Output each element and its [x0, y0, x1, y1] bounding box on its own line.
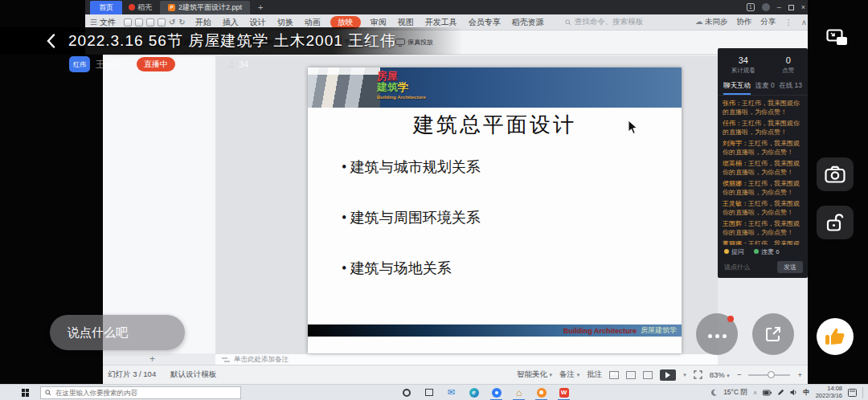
play-icon: [665, 372, 670, 378]
tab-docer[interactable]: 稻壳: [122, 1, 158, 14]
chat-message: 任伟：王红伟，我来围观你的直播啦，为你点赞！: [723, 120, 803, 137]
play-dropdown-caret[interactable]: ▾: [683, 372, 686, 378]
live-chat-panel: 34 累计观看 0 点赞 聊天互动 连麦 0 在线 13 张伟：王红伟，我来围观…: [718, 48, 808, 278]
battery-icon[interactable]: [763, 390, 772, 396]
back-icon[interactable]: [47, 34, 55, 48]
stat-value: 34: [731, 55, 755, 65]
hidden-icons-chevron[interactable]: ∧: [753, 390, 757, 396]
screenshot-camera-button[interactable]: [817, 157, 854, 191]
print-icon[interactable]: [146, 18, 154, 27]
viewer-count-value: 34: [239, 59, 248, 69]
tab-home[interactable]: 首页: [90, 1, 122, 14]
slide-footer-en: Building Architecture: [563, 327, 637, 335]
weather-temp[interactable]: 15°C 阴: [723, 388, 747, 398]
collaborate-button[interactable]: 协作: [737, 17, 752, 27]
share-button[interactable]: 分享: [761, 17, 776, 27]
zoom-level[interactable]: 83% ▾: [710, 370, 730, 379]
ime-indicator[interactable]: 中: [803, 388, 810, 398]
start-button[interactable]: [22, 389, 30, 397]
chat-message-list[interactable]: 张伟：王红伟，我来围观你的直播啦，为你点赞！ 任伟：王红伟，我来围观你的直播啦，…: [718, 96, 808, 245]
redo-icon[interactable]: ↻: [178, 18, 185, 27]
fit-window-icon[interactable]: [694, 370, 702, 379]
undo-icon[interactable]: ↺: [169, 18, 175, 27]
show-desktop-edge[interactable]: [862, 387, 863, 398]
slide-thumbnail-panel: [103, 56, 215, 353]
viewer-count: 34: [227, 59, 248, 69]
window-controls: 1 – ×: [747, 3, 813, 11]
close-button[interactable]: ×: [801, 3, 805, 11]
pen-icon[interactable]: [777, 389, 784, 396]
zoom-out-button[interactable]: −: [737, 370, 742, 379]
logo-text-1: 房屋: [377, 70, 398, 82]
account-avatar[interactable]: [762, 3, 770, 11]
collapse-ribbon-icon[interactable]: ∧: [801, 18, 807, 27]
orange-app-icon[interactable]: [535, 386, 547, 400]
ribbon-tab-member[interactable]: 会员专享: [467, 16, 502, 29]
minimize-button[interactable]: –: [777, 3, 781, 11]
template-name[interactable]: 默认设计模板: [170, 369, 216, 380]
blue-app-icon[interactable]: [490, 386, 502, 400]
file-menu[interactable]: ☰文件: [90, 17, 116, 28]
taskbar-search[interactable]: [40, 386, 241, 399]
edge-browser-icon[interactable]: e: [468, 386, 480, 400]
taskbar-search-input[interactable]: [55, 389, 216, 397]
picture-in-picture-icon[interactable]: [826, 29, 849, 47]
normal-view-icon[interactable]: [609, 371, 619, 379]
speaker-icon[interactable]: [790, 389, 797, 396]
tab-document[interactable]: P2建筑平面设计2.ppt: [160, 1, 250, 14]
zoom-in-button[interactable]: +: [797, 370, 802, 379]
new-tab-button[interactable]: +: [258, 2, 263, 12]
command-search[interactable]: 查找命令、搜索模板: [565, 17, 644, 27]
workspace-badge[interactable]: 1: [747, 3, 755, 11]
legend-question[interactable]: 提问: [724, 247, 744, 256]
add-slide-button[interactable]: +: [149, 353, 155, 365]
chat-message: 琚英楠：王红伟，我来围观你的直播啦，为你点赞！: [723, 160, 803, 177]
open-lock-icon: [825, 213, 845, 232]
sorter-view-icon[interactable]: [626, 371, 636, 379]
like-button[interactable]: [817, 318, 854, 355]
logo-text-2a: 建筑: [377, 81, 398, 93]
send-button[interactable]: 发送: [777, 261, 803, 273]
tab-online[interactable]: 在线 13: [779, 81, 802, 95]
chat-input[interactable]: [724, 263, 772, 271]
command-search-placeholder: 查找命令、搜索模板: [575, 17, 644, 27]
comment-button[interactable]: 批注: [587, 369, 602, 380]
reading-view-icon[interactable]: [643, 371, 653, 379]
sync-status[interactable]: ☁ 未同步: [695, 17, 728, 27]
export-icon[interactable]: [135, 18, 143, 27]
home-app-icon[interactable]: ⌂: [513, 386, 525, 400]
note-button[interactable]: 备注 ▾: [559, 369, 579, 380]
sync-label: 未同步: [705, 17, 728, 26]
notes-bar[interactable]: 单击此处添加备注: [215, 353, 718, 365]
say-something-bubble[interactable]: 说点什么吧: [50, 315, 185, 350]
stream-title: 2022.3.16 56节 房屋建筑学 土木2001 王红伟: [68, 31, 396, 51]
ribbon-tab-docer-res[interactable]: 稻壳资源: [510, 16, 546, 29]
legend-miclink[interactable]: 连麦 6: [754, 247, 780, 256]
beautify-button[interactable]: 智能美化 ▾: [517, 369, 552, 380]
more-options-button[interactable]: [696, 313, 738, 355]
more-menu-icon[interactable]: ⋮: [785, 18, 793, 27]
wps-office-icon[interactable]: W: [558, 386, 570, 400]
clock[interactable]: 14:08 2022/3/16: [816, 386, 842, 399]
play-slideshow-button[interactable]: [660, 369, 676, 381]
preview-icon[interactable]: [158, 18, 166, 27]
mail-icon[interactable]: ✉: [445, 386, 457, 400]
cortana-icon[interactable]: [400, 386, 412, 400]
notes-icon: [222, 357, 230, 363]
current-slide[interactable]: 房屋 建筑学 Building Architecture 建筑总平面设计 建筑与…: [308, 67, 682, 353]
task-view-icon[interactable]: [423, 386, 435, 400]
slide-footer-cn: 房屋建筑学: [641, 325, 677, 336]
maximize-button[interactable]: [788, 5, 794, 10]
zoom-slider[interactable]: [748, 374, 790, 376]
forward-share-button[interactable]: [752, 313, 794, 355]
search-icon: [45, 390, 51, 396]
notification-dot: [727, 316, 734, 322]
unlock-rotation-button[interactable]: [817, 206, 854, 239]
bubble-placeholder: 说点什么吧: [68, 325, 128, 341]
zoom-slider-knob[interactable]: [768, 371, 775, 378]
streamer-avatar[interactable]: 红伟: [69, 56, 90, 72]
tab-mic-link[interactable]: 连麦 0: [755, 81, 775, 95]
save-icon[interactable]: [124, 18, 132, 27]
tab-chat-interaction[interactable]: 聊天互动: [723, 81, 751, 95]
notification-center-icon[interactable]: [848, 389, 857, 397]
